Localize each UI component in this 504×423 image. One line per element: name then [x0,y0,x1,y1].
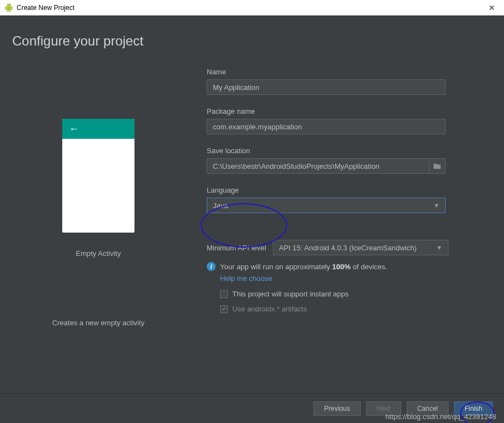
package-label: Package name [207,107,470,115]
language-select[interactable]: Java ▼ [207,198,446,213]
instant-apps-checkbox[interactable] [220,290,228,298]
save-location-label: Save location [207,147,470,155]
window-title: Create New Project [17,4,484,12]
androidx-checkbox [220,305,228,313]
save-location-input[interactable] [207,158,429,174]
finish-button[interactable]: Finish [454,401,493,416]
previous-button[interactable]: Previous [313,401,361,416]
activity-description: Creates a new empty activity [52,319,144,327]
page-title: Configure your project [12,33,492,49]
package-input[interactable] [207,119,446,134]
language-label: Language [207,186,470,194]
titlebar: Create New Project ✕ [0,0,504,16]
name-label: Name [207,68,470,76]
language-value: Java [213,202,228,210]
instant-apps-label: This project will support instant apps [232,290,349,298]
chevron-down-icon: ▼ [436,244,442,251]
help-link[interactable]: Help me choose [220,274,272,283]
api-value: API 15: Android 4.0.3 (IceCreamSandwich) [279,244,417,252]
phone-appbar: ← [62,119,134,139]
api-label: Minimum API level [207,244,266,252]
chevron-down-icon: ▼ [433,202,440,209]
activity-name: Empty Activity [76,249,121,258]
cancel-button[interactable]: Cancel [407,401,448,416]
phone-preview: ← [62,119,134,233]
info-icon: i [207,262,216,271]
browse-button[interactable] [429,158,446,174]
back-arrow-icon: ← [69,123,79,135]
androidx-label: Use androidx.* artifacts [232,305,307,313]
api-select[interactable]: API 15: Android 4.0.3 (IceCreamSandwich)… [273,240,448,255]
next-button: Next [366,401,401,416]
name-input[interactable] [207,79,446,95]
devices-info: Your app will run on approximately 100% … [220,263,387,271]
folder-icon [433,163,441,169]
android-icon [4,3,13,12]
button-bar: Previous Next Cancel Finish [0,393,504,423]
close-icon[interactable]: ✕ [484,3,500,12]
